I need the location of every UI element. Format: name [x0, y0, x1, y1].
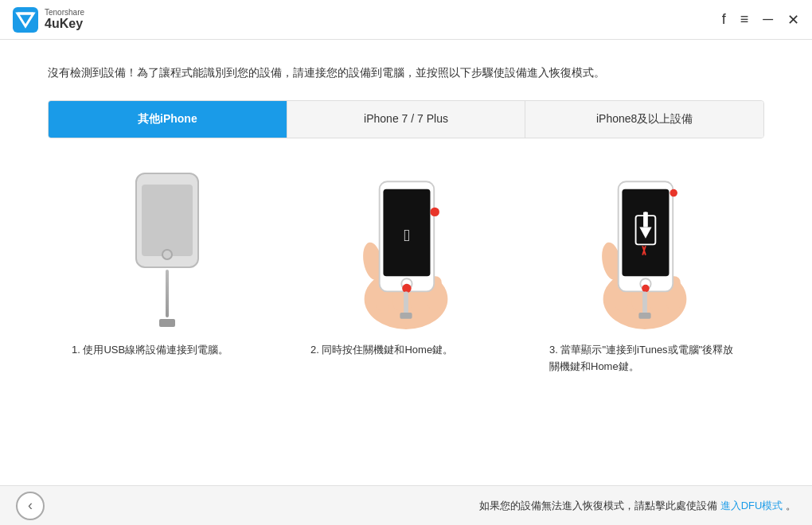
- step-2-illustration: : [334, 170, 478, 329]
- steps-area: 1. 使用USB線將設備連接到電腦。: [48, 162, 764, 469]
- title-bar-controls: f ≡ ─ ✕: [722, 11, 799, 29]
- svg-rect-16: [400, 313, 412, 319]
- step-3-illustration: [573, 170, 716, 329]
- step-1: 1. 使用USB線將設備連接到電腦。: [64, 170, 271, 359]
- tabs-container: 其他iPhone iPhone 7 / 7 Plus iPhone8及以上設備: [48, 100, 764, 138]
- step-3: 3. 當華顯示"連接到iTunes或電腦"後釋放關機鍵和Home鍵。: [541, 170, 748, 375]
- step-3-text: 3. 當華顯示"連接到iTunes或電腦"後釋放關機鍵和Home鍵。: [541, 342, 748, 375]
- close-icon[interactable]: ✕: [787, 11, 799, 29]
- menu-icon[interactable]: ≡: [740, 11, 749, 28]
- svg-rect-15: [404, 292, 408, 315]
- step-2-image: : [334, 170, 478, 329]
- dfu-mode-link[interactable]: 進入DFU模式: [720, 500, 783, 511]
- bottom-notice-text: 如果您的設備無法進入恢復模式，請點擊此處使設備: [479, 500, 717, 511]
- bottom-notice-suffix: 。: [786, 500, 796, 511]
- svg-rect-34: [642, 292, 647, 315]
- app-logo: Tenorshare 4uKey: [13, 7, 84, 33]
- notice-text: 沒有檢測到設備！為了讓程式能識別到您的設備，請連接您的設備到電腦，並按照以下步驟…: [48, 64, 764, 81]
- step-2:  2. 同時按住關機鍵和Home鍵。: [303, 170, 509, 359]
- back-button[interactable]: ‹: [16, 492, 45, 520]
- svg-rect-0: [13, 7, 38, 33]
- step-1-image: [135, 170, 199, 329]
- facebook-icon[interactable]: f: [722, 11, 726, 28]
- step-1-text: 1. 使用USB線將設備連接到電腦。: [64, 342, 271, 359]
- step-3-image: [573, 170, 716, 329]
- title-bar: Tenorshare 4uKey f ≡ ─ ✕: [0, 0, 812, 40]
- svg-point-33: [642, 285, 650, 293]
- main-content: 沒有檢測到設備！為了讓程式能識別到您的設備，請連接您的設備到電腦，並按照以下步驟…: [0, 40, 812, 485]
- logo-bottom-text: 4uKey: [45, 17, 84, 31]
- usb-plug: [159, 319, 175, 327]
- bottom-notice: 如果您的設備無法進入恢復模式，請點擊此處使設備 進入DFU模式 。: [479, 499, 796, 513]
- logo-top-text: Tenorshare: [45, 8, 84, 17]
- svg-point-13: [430, 208, 439, 216]
- iphone-home-button: [162, 249, 173, 260]
- tab-iphone8-above[interactable]: iPhone8及以上設備: [525, 101, 763, 138]
- svg-text:: : [404, 226, 410, 244]
- iphone-screen: [142, 185, 193, 256]
- svg-rect-28: [643, 212, 648, 228]
- step-2-text: 2. 同時按住關機鍵和Home鍵。: [303, 342, 509, 359]
- tab-iphone7-7plus[interactable]: iPhone 7 / 7 Plus: [287, 101, 526, 138]
- minimize-icon[interactable]: ─: [763, 11, 773, 28]
- tab-other-iphone[interactable]: 其他iPhone: [49, 101, 287, 138]
- iphone-usb-illustration: [135, 173, 199, 327]
- svg-point-32: [670, 189, 677, 197]
- logo-icon: [13, 7, 38, 33]
- svg-rect-35: [638, 313, 650, 319]
- iphone-body: [135, 173, 199, 268]
- bottom-bar: ‹ 如果您的設備無法進入恢復模式，請點擊此處使設備 進入DFU模式 。: [0, 485, 812, 525]
- logo-text: Tenorshare 4uKey: [45, 8, 84, 31]
- usb-cable: [166, 270, 169, 317]
